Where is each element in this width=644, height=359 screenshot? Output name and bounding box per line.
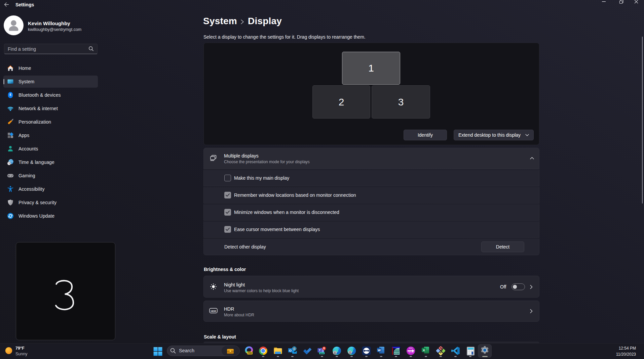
svg-text:PCF: PCF <box>409 347 413 349</box>
svg-text:W: W <box>378 348 381 352</box>
svg-text:HDR: HDR <box>211 310 216 313</box>
svg-text:8: 8 <box>323 347 325 350</box>
svg-text:T: T <box>319 349 321 352</box>
svg-text:NEW: NEW <box>320 352 324 354</box>
svg-text:PRE: PRE <box>248 352 252 354</box>
svg-text:X: X <box>423 348 425 352</box>
svg-text:O: O <box>289 349 292 352</box>
